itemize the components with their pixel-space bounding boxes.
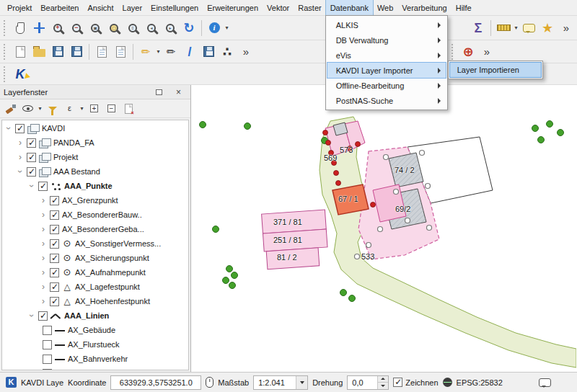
expand-arrow-icon[interactable] bbox=[40, 239, 47, 248]
layer-checkbox[interactable] bbox=[50, 297, 59, 306]
zoom-in-button[interactable]: + bbox=[48, 19, 67, 37]
zoom-next-button[interactable]: ▸ bbox=[161, 19, 180, 37]
menu-projekt[interactable]: Projekt bbox=[3, 0, 36, 15]
tree-item-ax-besonderergeba[interactable]: AX_BesondererGeba... bbox=[2, 222, 188, 236]
menu-item-postnas-suche[interactable]: PostNAS-Suche bbox=[327, 93, 446, 108]
render-toggle[interactable]: Zeichnen bbox=[393, 378, 438, 387]
layer-checkbox[interactable] bbox=[27, 167, 36, 177]
tree-item-ax-gebaeude[interactable]: AX_Gebäude bbox=[2, 323, 188, 337]
expand-arrow-icon[interactable] bbox=[40, 196, 47, 205]
scale-dropdown-button[interactable] bbox=[296, 376, 307, 389]
layer-checkbox[interactable] bbox=[50, 239, 59, 249]
menu-raster[interactable]: Raster bbox=[294, 0, 325, 15]
layer-checkbox[interactable] bbox=[27, 138, 36, 148]
pan-map-button[interactable] bbox=[11, 19, 30, 37]
open-styling-panel-button[interactable] bbox=[2, 101, 19, 117]
tree-item-aaa-punkte[interactable]: AAA_Punkte bbox=[2, 179, 188, 193]
tree-item-ax-aufnahmepunkt[interactable]: AX_Aufnahmepunkt bbox=[2, 265, 188, 280]
layer-checkbox[interactable] bbox=[50, 196, 59, 205]
toolbar-overflow-button[interactable]: » bbox=[557, 19, 576, 37]
menu-datenbank[interactable]: Datenbank ALKIS DB Verwaltung eVis KAVDI… bbox=[326, 0, 373, 15]
zoom-last-button[interactable]: ◂ bbox=[142, 19, 161, 37]
tree-item-ax-besondererbauw[interactable]: AX_BesondererBauw.. bbox=[2, 208, 188, 222]
remove-layer-button[interactable]: × bbox=[120, 101, 137, 117]
tree-item-aaa-bestand[interactable]: AAA Bestand bbox=[2, 164, 188, 179]
coordinate-input[interactable]: 633929.3,5753251.0 bbox=[110, 375, 201, 390]
expand-arrow-icon[interactable] bbox=[4, 125, 13, 132]
pan-to-selection-button[interactable] bbox=[30, 19, 48, 37]
layer-checkbox[interactable] bbox=[43, 326, 52, 335]
toolbar-grip[interactable] bbox=[4, 44, 7, 60]
toolbar-grip[interactable] bbox=[4, 66, 7, 82]
menu-item-kavdi-layer-importer[interactable]: KAVDI Layer Importer Layer Importieren bbox=[327, 63, 446, 78]
menu-item-offline-bearbeitung[interactable]: Offline-Bearbeitung bbox=[327, 78, 446, 93]
identify-features-button[interactable]: i bbox=[205, 19, 224, 37]
tree-item-ax-flurstueck[interactable]: AX_Flurstueck bbox=[2, 337, 188, 352]
measure-button[interactable] bbox=[494, 19, 513, 37]
menu-item-db-verwaltung[interactable]: DB Verwaltung bbox=[327, 32, 446, 48]
new-print-layout-button[interactable] bbox=[92, 43, 111, 61]
map-themes-button[interactable] bbox=[19, 101, 36, 117]
layer-checkbox[interactable] bbox=[38, 311, 48, 321]
menu-item-layer-importieren[interactable]: Layer Importieren bbox=[450, 63, 541, 77]
tree-item-ax-grenzpunkt[interactable]: AX_Grenzpunkt bbox=[2, 193, 188, 208]
layer-checkbox[interactable] bbox=[50, 282, 59, 292]
tree-item-kavdi[interactable]: KAVDI bbox=[2, 121, 188, 135]
tree-item-projekt[interactable]: Projekt bbox=[2, 150, 188, 164]
expand-arrow-icon[interactable] bbox=[40, 254, 47, 262]
save-layer-edits-button[interactable] bbox=[199, 43, 218, 61]
toolbar-overflow-button[interactable]: » bbox=[477, 43, 496, 61]
zoom-to-layer-button[interactable]: ≡ bbox=[123, 19, 142, 37]
current-edits-button[interactable]: ✏ bbox=[136, 43, 155, 61]
menu-bearbeiten[interactable]: Bearbeiten bbox=[36, 0, 83, 15]
menu-ansicht[interactable]: Ansicht bbox=[83, 0, 118, 15]
layer-checkbox[interactable] bbox=[43, 355, 52, 364]
filter-expression-caret[interactable]: ▾ bbox=[79, 105, 85, 112]
processing-toolbox-button[interactable]: ⊕ bbox=[459, 43, 477, 61]
tree-item-ax-lagefestpunkt[interactable]: AX_Lagefestpunkt bbox=[2, 280, 188, 294]
digitize-overflow-button[interactable]: » bbox=[237, 43, 255, 61]
menu-layer[interactable]: Layer bbox=[118, 0, 147, 15]
expand-arrow-icon[interactable] bbox=[40, 225, 47, 233]
layer-checkbox[interactable] bbox=[15, 124, 25, 133]
spin-buttons[interactable] bbox=[377, 376, 388, 389]
toolbar-grip[interactable] bbox=[452, 44, 455, 60]
kavdi-plugin-button[interactable]: K bbox=[11, 65, 30, 84]
crs-indicator[interactable]: EPSG:25832 bbox=[457, 378, 503, 387]
toggle-editing-button[interactable]: ✏ bbox=[162, 43, 180, 61]
expand-arrow-icon[interactable] bbox=[40, 268, 47, 277]
new-project-button[interactable] bbox=[11, 43, 30, 61]
expand-arrow-icon[interactable] bbox=[27, 182, 36, 190]
map-canvas[interactable]: 569 573 74 / 2 67 / 1 371 / 81 251 / 81 … bbox=[191, 85, 577, 372]
menu-hilfe[interactable]: Hilfe bbox=[452, 0, 476, 15]
filter-legend-button[interactable] bbox=[44, 101, 61, 117]
zoom-out-button[interactable]: − bbox=[67, 19, 86, 37]
expand-arrow-icon[interactable] bbox=[17, 138, 24, 147]
expand-arrow-icon[interactable] bbox=[40, 282, 47, 291]
tree-item-panda-fa[interactable]: PANDA_FA bbox=[2, 135, 188, 150]
menu-item-evis[interactable]: eVis bbox=[327, 48, 446, 63]
float-panel-button[interactable] bbox=[151, 84, 167, 100]
expand-arrow-icon[interactable] bbox=[40, 297, 47, 306]
menu-verarbeitung[interactable]: Verarbeitung bbox=[397, 0, 451, 15]
tree-item-ax-hoehenfestpunkt[interactable]: AX_Hoehenfestpunkt bbox=[2, 294, 188, 308]
layer-checkbox[interactable] bbox=[27, 153, 36, 162]
layer-checkbox[interactable] bbox=[38, 182, 48, 191]
render-checkbox[interactable] bbox=[393, 378, 402, 387]
scale-combobox[interactable]: 1:2.041 bbox=[253, 375, 308, 390]
map-tips-button[interactable] bbox=[519, 19, 538, 37]
tree-item-clipped[interactable]: AX_Fl... bbox=[2, 366, 188, 370]
refresh-map-button[interactable]: ↻ bbox=[180, 19, 198, 37]
expand-arrow-icon[interactable] bbox=[27, 312, 36, 319]
layout-manager-button[interactable] bbox=[111, 43, 130, 61]
vertex-tool-button[interactable]: ∴ bbox=[218, 43, 237, 61]
layer-checkbox[interactable] bbox=[50, 210, 59, 220]
mouse-position-icon[interactable] bbox=[206, 377, 213, 388]
log-messages-icon[interactable] bbox=[539, 378, 551, 387]
expand-all-button[interactable] bbox=[86, 101, 102, 117]
add-line-feature-button[interactable]: / bbox=[180, 43, 199, 61]
menu-web[interactable]: Web bbox=[373, 0, 397, 15]
save-project-button[interactable] bbox=[48, 43, 67, 61]
expand-arrow-icon[interactable] bbox=[17, 153, 24, 161]
layer-checkbox[interactable] bbox=[43, 340, 52, 349]
